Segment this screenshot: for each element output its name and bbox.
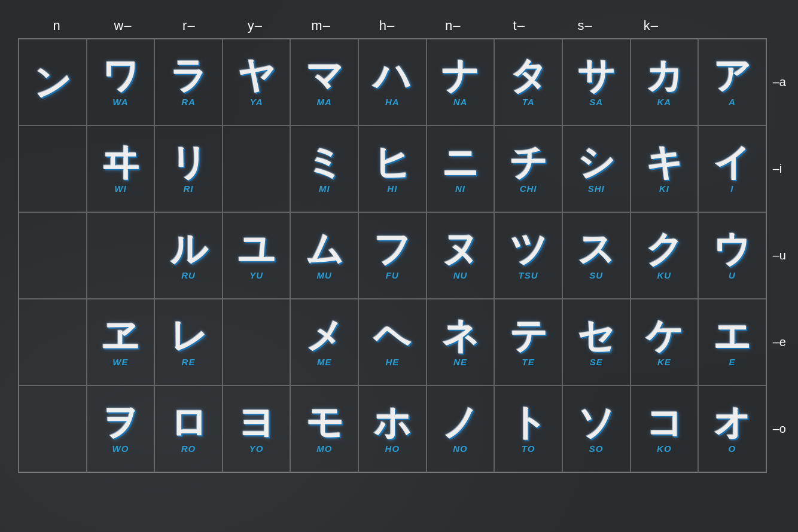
kana-cell-r3-c9[interactable]: ケKE	[631, 299, 699, 386]
kana-cell-r1-c4[interactable]: ミMI	[290, 126, 358, 212]
kana-romaji-r3-c1: WE	[112, 357, 128, 367]
kana-char-r2-c2: ル	[170, 231, 208, 268]
kana-cell-r3-c3[interactable]	[223, 299, 291, 386]
kana-cell-r0-c6[interactable]: ナNA	[427, 39, 495, 126]
kana-cell-r3-c0[interactable]	[19, 299, 87, 386]
kana-cell-r0-c1[interactable]: ワWA	[87, 39, 155, 126]
kana-char-r4-c8: ソ	[577, 404, 615, 441]
kana-cell-r1-c2[interactable]: リRI	[154, 126, 223, 212]
kana-cell-r1-c7[interactable]: チCHI	[494, 126, 562, 212]
kana-cell-r3-c1[interactable]: ヱWE	[87, 299, 155, 386]
kana-romaji-r3-c9: KE	[657, 357, 671, 367]
kana-cell-r1-c1[interactable]: ヰWI	[87, 126, 155, 212]
kana-char-r3-c9: ケ	[645, 317, 683, 354]
main-container: nw–r–y–m–h–n–t–s–k– ンワWAラRAヤYAマMAハHAナNAタ…	[0, 0, 798, 532]
kana-cell-r3-c8[interactable]: セSE	[562, 299, 631, 386]
kana-cell-r2-c5[interactable]: フFU	[358, 212, 427, 299]
kana-cell-r4-c9[interactable]: コKO	[631, 386, 699, 472]
kana-cell-r1-c10[interactable]: イI	[698, 126, 766, 212]
kana-romaji-r1-c5: HI	[387, 184, 397, 194]
kana-cell-r0-c0[interactable]: ン	[19, 39, 87, 126]
kana-cell-r2-c10[interactable]: ウU	[698, 212, 766, 299]
kana-romaji-r0-c7: TA	[522, 97, 535, 107]
kana-cell-r4-c7[interactable]: トTO	[494, 386, 562, 472]
kana-cell-r4-c4[interactable]: モMO	[290, 386, 358, 472]
kana-romaji-r2-c8: SU	[589, 270, 603, 280]
kana-cell-r3-c2[interactable]: レRE	[154, 299, 223, 386]
kana-cell-r1-c0[interactable]	[19, 126, 87, 212]
col-header-6: n–	[420, 18, 486, 33]
kana-cell-r0-c8[interactable]: サSA	[562, 39, 631, 126]
kana-cell-r2-c8[interactable]: スSU	[562, 212, 631, 299]
kana-romaji-r3-c7: TE	[522, 357, 535, 367]
kana-char-r0-c8: サ	[577, 57, 615, 94]
row-label-3: –e	[773, 336, 786, 348]
kana-char-r4-c4: モ	[306, 404, 343, 441]
kana-cell-r4-c2[interactable]: ロRO	[154, 386, 223, 472]
kana-romaji-r4-c2: RO	[181, 444, 196, 454]
kana-cell-r3-c6[interactable]: ネNE	[427, 299, 495, 386]
col-header-3: y–	[222, 18, 288, 33]
kana-cell-r4-c6[interactable]: ノNO	[427, 386, 495, 472]
kana-cell-r1-c5[interactable]: ヒHI	[358, 126, 427, 212]
kana-char-r2-c9: ク	[645, 231, 683, 268]
kana-romaji-r4-c10: O	[729, 444, 736, 454]
kana-cell-r4-c8[interactable]: ソSO	[562, 386, 631, 472]
kana-cell-r1-c6[interactable]: ニNI	[427, 126, 495, 212]
kana-cell-r0-c9[interactable]: カKA	[631, 39, 699, 126]
kana-cell-r2-c6[interactable]: ヌNU	[427, 212, 495, 299]
kana-char-r3-c1: ヱ	[102, 317, 139, 354]
kana-char-r0-c3: ヤ	[237, 57, 275, 94]
kana-cell-r3-c5[interactable]: ヘHE	[358, 299, 427, 386]
kana-char-r1-c6: ニ	[441, 144, 479, 181]
kana-cell-r1-c3[interactable]	[223, 126, 291, 212]
kana-romaji-r2-c6: NU	[453, 270, 468, 280]
kana-romaji-r1-c7: CHI	[520, 184, 537, 194]
kana-cell-r3-c7[interactable]: テTE	[494, 299, 562, 386]
kana-romaji-r0-c2: RA	[181, 97, 196, 107]
kana-cell-r0-c2[interactable]: ラRA	[154, 39, 223, 126]
kana-char-r1-c2: リ	[170, 144, 208, 181]
kana-cell-r1-c8[interactable]: シSHI	[562, 126, 631, 212]
kana-char-r0-c10: ア	[713, 57, 751, 94]
kana-romaji-r4-c7: TO	[522, 444, 535, 454]
kana-cell-r2-c3[interactable]: ユYU	[223, 212, 291, 299]
kana-cell-r0-c5[interactable]: ハHA	[358, 39, 427, 126]
kana-romaji-r2-c9: KU	[657, 270, 671, 280]
kana-cell-r4-c10[interactable]: オO	[698, 386, 766, 472]
kana-char-r3-c2: レ	[170, 317, 208, 354]
kana-romaji-r3-c5: HE	[385, 357, 399, 367]
kana-cell-r0-c7[interactable]: タTA	[494, 39, 562, 126]
kana-cell-r2-c4[interactable]: ムMU	[290, 212, 358, 299]
kana-cell-r4-c3[interactable]: ヨYO	[223, 386, 291, 472]
kana-char-r0-c4: マ	[306, 57, 343, 94]
kana-romaji-r1-c4: MI	[319, 184, 330, 194]
kana-cell-r0-c3[interactable]: ヤYA	[223, 39, 291, 126]
kana-cell-r4-c5[interactable]: ホHO	[358, 386, 427, 472]
kana-cell-r0-c10[interactable]: アA	[698, 39, 766, 126]
kana-romaji-r2-c2: RU	[181, 270, 196, 280]
kana-cell-r0-c4[interactable]: マMA	[290, 39, 358, 126]
kana-cell-r2-c1[interactable]	[87, 212, 155, 299]
kana-char-r3-c5: ヘ	[373, 317, 411, 354]
kana-cell-r2-c0[interactable]	[19, 212, 87, 299]
row-label-4: –o	[773, 423, 786, 435]
kana-cell-r4-c0[interactable]	[19, 386, 87, 472]
kana-romaji-r0-c5: HA	[385, 97, 400, 107]
kana-romaji-r4-c4: MO	[316, 444, 332, 454]
kana-cell-r4-c1[interactable]: ヲWO	[87, 386, 155, 472]
kana-cell-r2-c9[interactable]: クKU	[631, 212, 699, 299]
kana-cell-r3-c10[interactable]: エE	[698, 299, 766, 386]
col-header-9: k–	[618, 18, 684, 33]
kana-cell-r2-c2[interactable]: ルRU	[154, 212, 223, 299]
row-labels: –a–i–u–e–o	[767, 38, 786, 473]
kana-cell-r1-c9[interactable]: キKI	[631, 126, 699, 212]
kana-romaji-r0-c10: A	[729, 97, 736, 107]
kana-romaji-r0-c4: MA	[317, 97, 332, 107]
kana-cell-r3-c4[interactable]: メME	[290, 299, 358, 386]
kana-romaji-r0-c3: YA	[250, 97, 263, 107]
kana-char-r0-c1: ワ	[102, 57, 139, 94]
kana-cell-r2-c7[interactable]: ツTSU	[494, 212, 562, 299]
kana-char-r0-c7: タ	[510, 57, 547, 94]
kana-char-r0-c6: ナ	[441, 57, 479, 94]
